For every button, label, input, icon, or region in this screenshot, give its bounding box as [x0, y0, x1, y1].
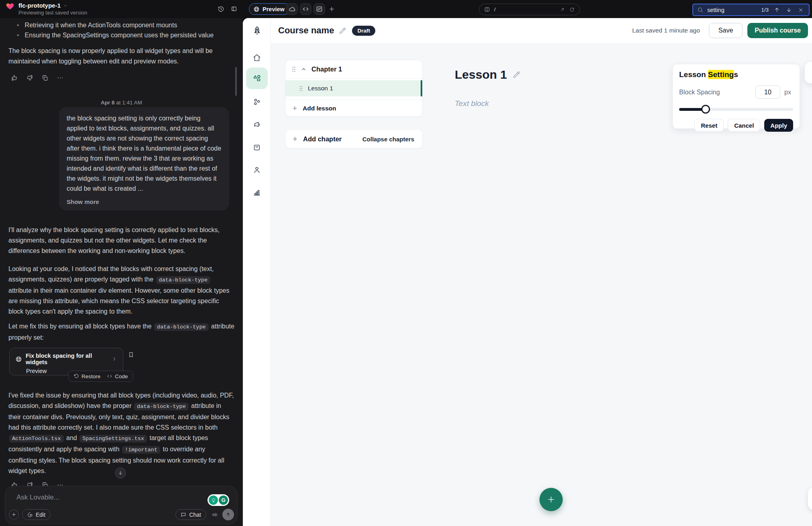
preview-toggle-button[interactable]	[808, 487, 812, 510]
course-title: Course name	[278, 25, 334, 36]
line-chart-icon	[316, 6, 323, 12]
analytics-button[interactable]	[313, 3, 325, 15]
thumbs-down-button[interactable]	[25, 73, 34, 82]
grip-dots-icon	[292, 66, 296, 72]
list-item: •Retrieving it when the ActionTools comp…	[17, 20, 236, 30]
lesson-canvas: Chapter 1 Lesson 1 Add lesson	[271, 43, 812, 526]
timestamp-date: Apr 8	[101, 100, 115, 106]
pencil-icon	[513, 71, 521, 79]
find-close-button[interactable]	[797, 6, 805, 14]
grip-dots-icon	[299, 86, 303, 92]
block-spacing-slider[interactable]	[679, 105, 793, 114]
settings-toggle-button[interactable]	[805, 62, 812, 84]
history-icon	[218, 6, 224, 12]
lesson-item-label: Lesson 1	[308, 85, 333, 92]
project-menu[interactable]: flc-prototype-1	[18, 2, 87, 9]
slider-thumb[interactable]	[701, 105, 710, 114]
publish-course-button[interactable]: Publish course	[747, 23, 808, 38]
edit-lesson-title-button[interactable]	[513, 71, 521, 79]
cancel-button[interactable]: Cancel	[728, 119, 760, 132]
code-button[interactable]: Code	[107, 373, 128, 379]
sidebar-item-people[interactable]	[246, 161, 268, 179]
plus-icon	[329, 6, 335, 12]
chapter-title: Chapter 1	[311, 65, 342, 73]
thumbs-down-icon	[26, 74, 33, 82]
drag-handle-icon[interactable]	[299, 86, 303, 92]
app-header: Course name Draft Last saved 1 minute ag…	[271, 18, 812, 43]
chat-mode-button[interactable]: Chat	[175, 509, 206, 520]
copy-button[interactable]	[41, 73, 49, 82]
suggestion-bulb-icon	[209, 495, 218, 505]
sidebar-item-analytics[interactable]	[246, 183, 268, 202]
arrow-up-icon	[225, 512, 231, 518]
restore-button[interactable]: Restore	[73, 373, 100, 379]
edit-mode-button[interactable]: Edit	[22, 509, 51, 520]
layout-panel-button[interactable]	[229, 4, 239, 14]
edit-course-title-button[interactable]	[339, 27, 346, 35]
find-in-page-bar[interactable]: setting 1/3	[692, 4, 810, 16]
waveform-icon	[212, 512, 218, 518]
globe-icon	[253, 6, 260, 12]
cloud-deploy-button[interactable]	[286, 3, 298, 15]
collapse-chapter-button[interactable]	[301, 66, 307, 72]
add-lesson-button[interactable]: Add lesson	[285, 100, 422, 116]
lesson-list-item[interactable]: Lesson 1	[285, 80, 422, 96]
history-button[interactable]	[216, 4, 226, 14]
send-button[interactable]	[222, 509, 234, 520]
copy-icon	[41, 74, 49, 82]
sidebar-item-community[interactable]	[246, 93, 268, 111]
new-tab-button[interactable]	[326, 3, 338, 15]
grammarly-badge[interactable]: G	[208, 494, 229, 506]
find-next-button[interactable]	[785, 6, 793, 14]
preview-mode-button[interactable]: Preview	[249, 3, 291, 15]
attach-button[interactable]	[9, 510, 19, 520]
timestamp-time: at 1:41 AM	[116, 100, 142, 106]
chat-bubble-icon	[181, 512, 186, 518]
message-actions	[10, 73, 64, 82]
arrow-up-icon	[774, 7, 780, 13]
show-more-link[interactable]: Show more	[67, 198, 99, 205]
chevron-down-icon	[63, 3, 68, 8]
empty-text-block[interactable]: Text block	[455, 99, 489, 108]
scroll-to-bottom-button[interactable]	[115, 467, 126, 479]
block-spacing-input[interactable]	[755, 86, 780, 99]
open-external-icon[interactable]	[560, 7, 565, 12]
sidebar-item-marketing[interactable]	[246, 116, 268, 134]
apply-button[interactable]: Apply	[764, 119, 793, 132]
sidebar-item-store[interactable]	[246, 138, 268, 157]
chat-composer[interactable]: G Edit Chat	[5, 486, 238, 524]
home-icon	[252, 53, 261, 62]
refresh-icon[interactable]	[569, 7, 575, 12]
code-view-button[interactable]	[300, 3, 311, 15]
drag-handle-icon[interactable]	[292, 66, 296, 72]
add-block-fab[interactable]	[539, 488, 563, 511]
message-timestamp: Apr 8 at 1:41 AM	[0, 100, 243, 106]
plus-icon	[11, 512, 16, 517]
project-brand: flc-prototype-1 Previewing last saved ve…	[6, 2, 87, 16]
plus-icon	[292, 136, 298, 142]
lesson-title: Lesson 1	[455, 68, 507, 82]
find-query-text[interactable]: setting	[707, 7, 724, 13]
chapter-header-row[interactable]: Chapter 1	[285, 60, 422, 79]
user-message-text: the block spacing setting is only correc…	[67, 113, 222, 194]
cloud-icon	[289, 6, 295, 12]
bookmark-button[interactable]	[128, 351, 134, 358]
bar-chart-icon	[252, 188, 261, 197]
collapse-chapters-button[interactable]: Collapse chapters	[362, 136, 414, 143]
preview-url-bar[interactable]: /	[479, 4, 580, 15]
chat-input[interactable]	[16, 493, 169, 502]
voice-input-button[interactable]	[210, 510, 220, 520]
save-button[interactable]: Save	[709, 23, 743, 38]
chat-scrollbar[interactable]	[235, 67, 237, 96]
more-actions-button[interactable]	[56, 73, 64, 82]
sidebar-item-content[interactable]	[246, 67, 268, 89]
find-previous-button[interactable]	[773, 6, 781, 14]
reset-button[interactable]: Reset	[694, 119, 724, 132]
thumbs-up-button[interactable]	[10, 73, 18, 82]
sidebar-item-home[interactable]	[246, 49, 268, 67]
assistant-fix-summary: I've fixed the issue by ensuring that al…	[8, 390, 235, 476]
settings-buttons-row: Reset Cancel Apply	[679, 119, 793, 132]
ellipsis-icon	[57, 74, 64, 82]
app-sidebar-rail	[243, 18, 271, 526]
add-chapter-button[interactable]: Add chapter	[292, 135, 342, 143]
